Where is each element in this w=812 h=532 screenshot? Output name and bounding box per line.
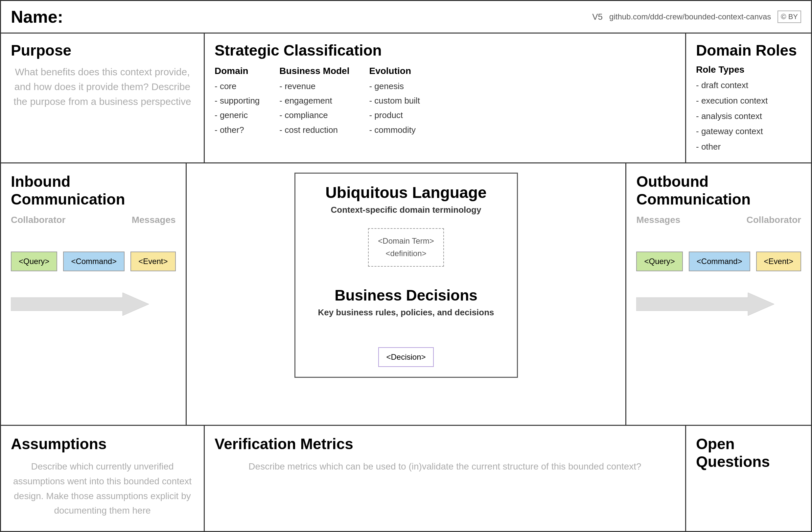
domain-roles-title: Domain Roles	[696, 41, 801, 59]
business-decisions: Business Decisions Key business rules, p…	[318, 286, 494, 331]
strategic-evolution-col: Evolution - genesis - custom built - pro…	[369, 66, 420, 137]
domain-items: - core - supporting - generic - other?	[215, 79, 260, 137]
list-item: - engagement	[279, 93, 349, 108]
assumptions-section: Assumptions Describe which currently unv…	[1, 426, 205, 531]
list-item: - other	[696, 139, 801, 155]
definition: <definition>	[386, 249, 426, 258]
list-item: - cost reduction	[279, 123, 349, 137]
domain-roles-section: Domain Roles Role Types - draft context …	[686, 33, 811, 163]
business-decisions-subtitle: Key business rules, policies, and decisi…	[318, 307, 494, 318]
purpose-title: Purpose	[11, 41, 194, 59]
purpose-placeholder: What benefits does this context provide,…	[11, 65, 194, 109]
list-item: - genesis	[369, 79, 420, 93]
domain-label: Domain	[215, 66, 260, 76]
strategic-cols: Domain - core - supporting - generic - o…	[215, 66, 675, 137]
inbound-query-chip: <Query>	[11, 252, 57, 271]
purpose-section: Purpose What benefits does this context …	[1, 33, 205, 163]
role-types-list: - draft context - execution context - an…	[696, 78, 801, 155]
inbound-arrow	[11, 291, 149, 317]
inbound-command-chip: <Command>	[63, 252, 125, 271]
inbound-event-chip: <Event>	[130, 252, 175, 271]
ubiquitous-section: Ubiquitous Language Context-specific dom…	[187, 164, 626, 425]
strategic-domain-col: Domain - core - supporting - generic - o…	[215, 66, 260, 137]
list-item: - supporting	[215, 93, 260, 108]
inbound-title: Inbound Communication	[11, 173, 176, 208]
decision-chip: <Decision>	[378, 347, 433, 367]
assumptions-title: Assumptions	[11, 435, 194, 453]
list-item: - revenue	[279, 79, 349, 93]
inbound-section: Inbound Communication Collaborator Messa…	[1, 164, 187, 425]
canvas: Name: V5 github.com/ddd-crew/bounded-con…	[0, 0, 812, 532]
list-item: - commodity	[369, 123, 420, 137]
role-types-label: Role Types	[696, 65, 801, 75]
domain-term: <Domain Term>	[378, 236, 434, 245]
open-questions-title: Open Questions	[696, 435, 801, 471]
assumptions-placeholder: Describe which currently unverified assu…	[11, 459, 194, 518]
row3: Inbound Communication Collaborator Messa…	[1, 164, 811, 426]
list-item: - core	[215, 79, 260, 93]
verification-title: Verification Metrics	[215, 435, 675, 453]
header-meta: V5 github.com/ddd-crew/bounded-context-c…	[592, 11, 801, 23]
list-item: - gateway context	[696, 124, 801, 139]
outbound-collaborator-label: Collaborator	[746, 215, 801, 225]
header-row: Name: V5 github.com/ddd-crew/bounded-con…	[1, 1, 811, 33]
inbound-chips: <Query> <Command> <Event>	[11, 252, 176, 271]
list-item: - compliance	[279, 108, 349, 122]
strategic-section: Strategic Classification Domain - core -…	[205, 33, 686, 163]
outbound-messages-label: Messages	[636, 215, 680, 225]
business-decisions-title: Business Decisions	[318, 286, 494, 304]
row4: Assumptions Describe which currently unv…	[1, 426, 811, 531]
outbound-title: Outbound Communication	[636, 173, 801, 208]
domain-term-box: <Domain Term> <definition>	[368, 228, 444, 267]
list-item: - generic	[215, 108, 260, 122]
inbound-messages-label: Messages	[132, 215, 176, 225]
verification-placeholder: Describe metrics which can be used to (i…	[215, 459, 675, 474]
cc-badge: © BY	[778, 11, 801, 23]
list-item: - product	[369, 108, 420, 122]
strategic-title: Strategic Classification	[215, 41, 675, 59]
ubiquitous-inner-box: Ubiquitous Language Context-specific dom…	[294, 173, 518, 378]
list-item: - custom built	[369, 93, 420, 108]
outbound-arrow	[636, 291, 774, 317]
business-model-items: - revenue - engagement - compliance - co…	[279, 79, 349, 137]
inbound-comm-headers: Collaborator Messages	[11, 215, 176, 225]
business-model-label: Business Model	[279, 66, 349, 76]
outbound-comm-headers: Messages Collaborator	[636, 215, 801, 225]
strategic-business-col: Business Model - revenue - engagement - …	[279, 66, 349, 137]
version-label: V5	[592, 12, 603, 22]
list-item: - execution context	[696, 93, 801, 109]
ubiquitous-title: Ubiquitous Language	[325, 183, 487, 201]
svg-marker-0	[11, 293, 149, 316]
outbound-command-chip: <Command>	[689, 252, 750, 271]
outbound-event-chip: <Event>	[756, 252, 801, 271]
inbound-collaborator-label: Collaborator	[11, 215, 66, 225]
open-questions-section: Open Questions	[686, 426, 811, 531]
ubiquitous-subtitle: Context-specific domain terminology	[331, 205, 481, 215]
evolution-label: Evolution	[369, 66, 420, 76]
verification-section: Verification Metrics Describe metrics wh…	[205, 426, 686, 531]
name-label: Name:	[11, 7, 592, 27]
row2: Purpose What benefits does this context …	[1, 33, 811, 164]
list-item: - draft context	[696, 78, 801, 93]
outbound-chips: <Query> <Command> <Event>	[636, 252, 801, 271]
github-link: github.com/ddd-crew/bounded-context-canv…	[609, 12, 771, 22]
outbound-section: Outbound Communication Messages Collabor…	[625, 164, 811, 425]
decision-chip-wrapper: <Decision>	[378, 347, 433, 367]
evolution-items: - genesis - custom built - product - com…	[369, 79, 420, 137]
list-item: - other?	[215, 123, 260, 137]
svg-marker-1	[636, 293, 774, 316]
outbound-query-chip: <Query>	[636, 252, 683, 271]
list-item: - analysis context	[696, 109, 801, 124]
